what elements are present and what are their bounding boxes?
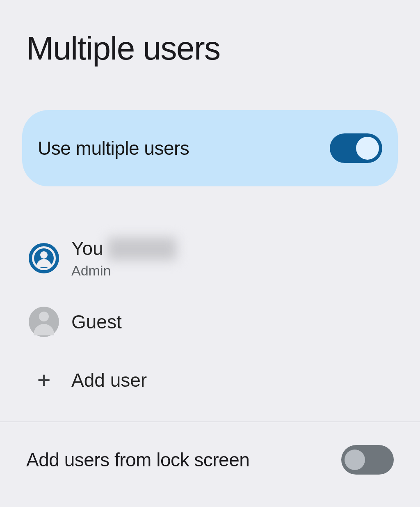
user-guest-avatar-icon (29, 307, 59, 337)
add-user-row[interactable]: + Add user (0, 351, 420, 409)
add-user-label: Add user (71, 369, 147, 391)
user-row-guest[interactable]: Guest (0, 293, 420, 351)
use-multiple-users-row[interactable]: Use multiple users (22, 110, 398, 186)
add-users-lockscreen-row[interactable]: Add users from lock screen (0, 422, 420, 475)
use-multiple-users-toggle[interactable] (330, 133, 382, 163)
user-you-sublabel: Admin (71, 263, 176, 279)
user-you-name-blurred (107, 237, 176, 260)
user-current-avatar-icon (29, 243, 59, 273)
add-users-lockscreen-label: Add users from lock screen (26, 449, 249, 471)
user-list: You Admin Guest + Add user (0, 186, 420, 409)
user-row-you[interactable]: You Admin (0, 223, 420, 293)
add-users-lockscreen-toggle[interactable] (341, 445, 394, 475)
page-title: Multiple users (0, 0, 420, 67)
user-guest-label: Guest (71, 311, 122, 333)
user-you-label: You (71, 237, 103, 259)
plus-icon: + (29, 365, 59, 395)
use-multiple-users-label: Use multiple users (38, 137, 189, 159)
